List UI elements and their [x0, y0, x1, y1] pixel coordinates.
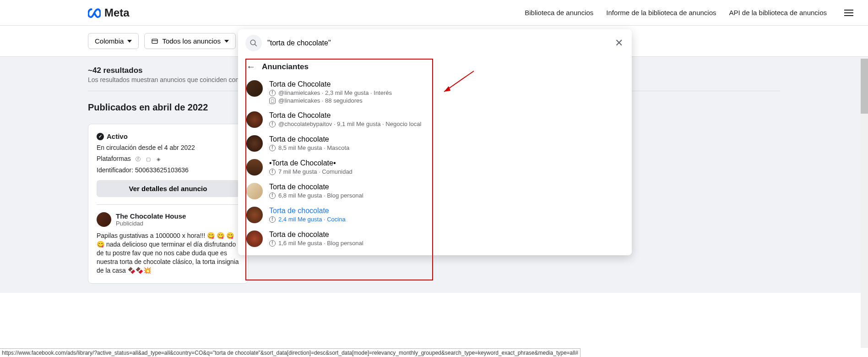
ad-status-text: Activo: [107, 132, 128, 140]
facebook-icon: f: [269, 192, 276, 199]
scrollbar[interactable]: [861, 59, 868, 348]
advertiser-avatar: [246, 159, 263, 176]
advertiser-meta-text: 2,4 mil Me gusta · Cocina: [278, 216, 346, 223]
advertiser-row[interactable]: Torta de chocolatef2,4 mil Me gusta · Co…: [238, 203, 632, 227]
meta-logo-wrap[interactable]: Meta: [88, 6, 130, 19]
svg-point-2: [250, 40, 255, 45]
country-filter[interactable]: Colombia: [88, 33, 139, 49]
advertiser-info: Torta de chocolatef1,6 mil Me gusta · Bl…: [269, 231, 624, 247]
advertiser-name: Torta de Chocolate: [269, 80, 624, 88]
scrollbar-thumb[interactable]: [861, 59, 868, 114]
advertiser-meta: f6,8 mil Me gusta · Blog personal: [269, 192, 624, 199]
advertiser-info: Torta de chocolatef2,4 mil Me gusta · Co…: [269, 207, 624, 223]
check-circle-icon: ✓: [97, 133, 104, 140]
advertiser-info: Torta de chocolatef6,8 mil Me gusta · Bl…: [269, 183, 624, 199]
back-arrow-icon[interactable]: ←: [246, 61, 255, 72]
facebook-icon: f: [269, 216, 276, 223]
messenger-icon: ◈: [155, 155, 162, 163]
advertiser-row[interactable]: Torta de chocolatef1,6 mil Me gusta · Bl…: [238, 227, 632, 251]
advertiser-name: Torta de chocolate: [269, 207, 624, 215]
advertiser-name: •Torta de Chocolate•: [269, 159, 624, 167]
instagram-icon: ▢: [145, 155, 152, 163]
advertiser-avatar: [246, 111, 263, 128]
adtype-filter-label: Todos los anuncios: [162, 37, 221, 45]
advertiser-avatar: [246, 135, 263, 152]
adtype-icon: [151, 38, 158, 45]
nav-library[interactable]: Biblioteca de anuncios: [525, 9, 593, 16]
advertisers-heading: Anunciantes: [262, 62, 309, 71]
search-bar: ✕: [238, 29, 632, 57]
hamburger-menu-icon[interactable]: [844, 10, 853, 16]
facebook-icon: f: [269, 240, 276, 247]
advertiser-info: Torta de Chocolatef@chocolatebypaitov · …: [269, 111, 624, 128]
advertiser-meta-text: 1,6 mil Me gusta · Blog personal: [278, 240, 363, 247]
caret-down-icon: [224, 40, 229, 43]
advertiser-meta: f@chocolatebypaitov · 9,1 mil Me gusta ·…: [269, 121, 624, 127]
advertiser-meta: ◻@linamielcakes · 88 seguidores: [269, 97, 624, 104]
country-filter-label: Colombia: [95, 37, 124, 45]
advertiser-meta: f@linamielcakes · 2,3 mil Me gusta · Int…: [269, 89, 624, 96]
advertiser-name: Torta de chocolate: [269, 231, 624, 239]
ad-page-header: The Chocolate House Publicidad: [97, 204, 239, 227]
search-panel: ✕ ← Anunciantes Torta de Chocolatef@lina…: [238, 29, 632, 255]
meta-brand-text: Meta: [104, 6, 130, 19]
page-name[interactable]: The Chocolate House: [116, 212, 186, 220]
advertiser-row[interactable]: Torta de Chocolatef@linamielcakes · 2,3 …: [238, 77, 632, 108]
advertiser-name: Torta de Chocolate: [269, 111, 624, 120]
meta-infinity-icon: [88, 6, 101, 19]
advertiser-info: Torta de chocolatef8,5 mil Me gusta · Ma…: [269, 135, 624, 152]
ad-status-row: ✓ Activo: [97, 132, 239, 140]
header-nav: Biblioteca de anuncios Informe de la bib…: [525, 9, 853, 16]
advertiser-info: Torta de Chocolatef@linamielcakes · 2,3 …: [269, 80, 624, 104]
advertiser-meta-text: 6,8 mil Me gusta · Blog personal: [278, 192, 363, 199]
view-details-button[interactable]: Ver detalles del anuncio: [97, 180, 239, 197]
facebook-icon: f: [269, 121, 276, 127]
search-input[interactable]: [267, 39, 608, 47]
advertiser-meta: f7 mil Me gusta · Comunidad: [269, 168, 624, 175]
close-icon[interactable]: ✕: [613, 37, 624, 49]
advertiser-avatar: [246, 80, 263, 97]
ad-platforms: Plataformas ⓕ ▢ ◈: [97, 155, 239, 163]
svg-rect-0: [152, 39, 157, 43]
advertiser-row[interactable]: Torta de chocolatef6,8 mil Me gusta · Bl…: [238, 179, 632, 203]
advertiser-name: Torta de chocolate: [269, 183, 624, 191]
caret-down-icon: [127, 40, 132, 43]
page-avatar[interactable]: [97, 212, 111, 227]
search-icon[interactable]: [245, 35, 262, 51]
browser-status-url: https://www.facebook.com/ads/library/?ac…: [0, 348, 580, 357]
facebook-icon: f: [269, 145, 276, 151]
advertiser-meta-text: 8,5 mil Me gusta · Mascota: [278, 144, 349, 151]
advertiser-avatar: [246, 183, 263, 199]
ad-body-text: Papilas gustativas a 1000000 x hora!!! 😋…: [97, 231, 239, 275]
sponsored-label: Publicidad: [116, 220, 186, 227]
ad-circulation: En circulación desde el 4 abr 2022: [97, 144, 239, 151]
advertiser-meta: f2,4 mil Me gusta · Cocina: [269, 216, 624, 223]
adtype-filter[interactable]: Todos los anuncios: [144, 33, 236, 49]
facebook-icon: f: [269, 90, 276, 96]
svg-line-3: [255, 44, 257, 46]
back-title-row: ← Anunciantes: [238, 59, 632, 77]
advertiser-name: Torta de chocolate: [269, 135, 624, 143]
nav-api[interactable]: API de la biblioteca de anuncios: [729, 9, 827, 16]
ad-card: ✓ Activo En circulación desde el 4 abr 2…: [88, 124, 248, 284]
advertiser-info: •Torta de Chocolate•f7 mil Me gusta · Co…: [269, 159, 624, 176]
search-results-panel: ← Anunciantes Torta de Chocolatef@linami…: [238, 57, 632, 255]
facebook-icon: ⓕ: [135, 155, 142, 163]
id-value: 500633625103636: [135, 166, 189, 174]
id-label: Identificador:: [97, 166, 133, 174]
advertiser-meta-text: @linamielcakes · 88 seguidores: [278, 97, 363, 104]
advertiser-row[interactable]: Torta de chocolatef8,5 mil Me gusta · Ma…: [238, 132, 632, 155]
ad-identifier: Identificador: 500633625103636: [97, 166, 239, 174]
advertiser-meta-text: @linamielcakes · 2,3 mil Me gusta · Inte…: [278, 89, 392, 96]
platforms-label: Plataformas: [97, 155, 131, 162]
advertiser-avatar: [246, 231, 263, 247]
advertiser-meta-text: @chocolatebypaitov · 9,1 mil Me gusta · …: [278, 121, 421, 127]
advertiser-row[interactable]: Torta de Chocolatef@chocolatebypaitov · …: [238, 108, 632, 132]
instagram-icon: ◻: [269, 98, 276, 104]
advertiser-row[interactable]: •Torta de Chocolate•f7 mil Me gusta · Co…: [238, 155, 632, 179]
nav-report[interactable]: Informe de la biblioteca de anuncios: [606, 9, 716, 16]
header: Meta Biblioteca de anuncios Informe de l…: [0, 0, 868, 26]
advertiser-meta: f8,5 mil Me gusta · Mascota: [269, 144, 624, 151]
advertiser-meta: f1,6 mil Me gusta · Blog personal: [269, 240, 624, 247]
advertiser-meta-text: 7 mil Me gusta · Comunidad: [278, 168, 353, 175]
